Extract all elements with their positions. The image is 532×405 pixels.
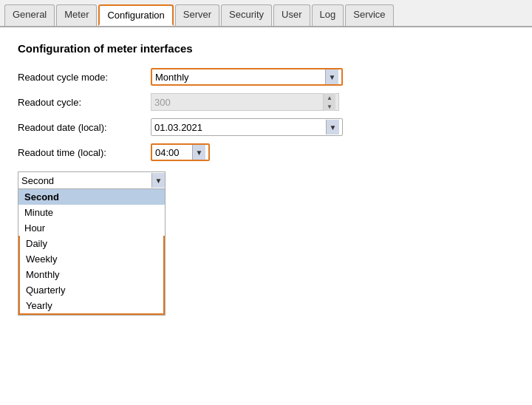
tab-meter[interactable]: Meter — [56, 4, 97, 26]
spinner-buttons: ▲ ▼ — [323, 93, 335, 111]
list-item-second[interactable]: Second — [18, 189, 165, 205]
tab-service[interactable]: Service — [345, 4, 393, 26]
tab-security[interactable]: Security — [221, 4, 272, 26]
dropdown-arrow-icon: ▼ — [325, 69, 338, 84]
readout-date-row: Readout date (local): 01.03.2021 ▼ — [18, 118, 514, 136]
readout-cycle-row: Readout cycle: 300 ▲ ▼ — [18, 93, 514, 111]
readout-cycle-input[interactable]: 300 ▲ ▼ — [151, 93, 339, 111]
readout-time-row: Readout time (local): 04:00 ▼ — [18, 143, 514, 161]
readout-time-label: Readout time (local): — [18, 147, 151, 158]
tab-user[interactable]: User — [273, 4, 310, 26]
readout-time-value: 04:00 — [155, 147, 180, 158]
tab-log[interactable]: Log — [312, 4, 344, 26]
list-item-hour[interactable]: Hour — [18, 220, 165, 236]
readout-cycle-mode-value: Monthly — [155, 72, 189, 83]
content-area: Configuration of meter interfaces Readou… — [0, 27, 532, 330]
cycle-mode-header-arrow-icon: ▼ — [151, 173, 165, 188]
spinner-up-button[interactable]: ▲ — [324, 93, 335, 102]
readout-cycle-mode-dropdown[interactable]: Monthly ▼ — [151, 68, 343, 86]
tab-server[interactable]: Server — [175, 4, 219, 26]
tab-configuration[interactable]: Configuration — [98, 4, 173, 26]
list-item-minute[interactable]: Minute — [18, 205, 165, 220]
readout-date-dropdown[interactable]: 01.03.2021 ▼ — [151, 118, 343, 136]
date-arrow-icon: ▼ — [326, 120, 339, 135]
list-item-quarterly[interactable]: Quarterly — [20, 282, 163, 298]
page-title: Configuration of meter interfaces — [18, 42, 514, 55]
cycle-mode-header-value: Second — [21, 175, 54, 186]
tab-general[interactable]: General — [4, 4, 55, 26]
readout-cycle-value: 300 — [154, 97, 171, 108]
list-group-periodic: Daily Weekly Monthly Quarterly Yearly — [18, 236, 165, 315]
list-item-yearly[interactable]: Yearly — [20, 298, 163, 313]
readout-time-control: 04:00 ▼ — [151, 143, 210, 161]
cycle-mode-dropdown-container: Second ▼ Second Minute Hour Daily Weekly… — [18, 171, 166, 316]
spinner-down-button[interactable]: ▼ — [324, 102, 335, 111]
cycle-mode-dropdown-header[interactable]: Second ▼ — [18, 171, 166, 189]
readout-cycle-mode-row: Readout cycle mode: Monthly ▼ — [18, 68, 514, 86]
list-item-weekly[interactable]: Weekly — [20, 251, 163, 267]
readout-cycle-control: 300 ▲ ▼ — [151, 93, 339, 111]
readout-cycle-mode-control: Monthly ▼ — [151, 68, 343, 86]
readout-cycle-mode-label: Readout cycle mode: — [18, 72, 151, 83]
readout-cycle-label: Readout cycle: — [18, 97, 151, 108]
time-arrow-icon: ▼ — [192, 145, 205, 160]
list-item-monthly[interactable]: Monthly — [20, 267, 163, 282]
readout-time-dropdown[interactable]: 04:00 ▼ — [151, 143, 210, 161]
cycle-mode-list: Second Minute Hour Daily Weekly Monthly … — [18, 189, 166, 316]
list-item-daily[interactable]: Daily — [20, 236, 163, 251]
tab-bar: General Meter Configuration Server Secur… — [0, 0, 532, 27]
readout-date-label: Readout date (local): — [18, 122, 151, 133]
readout-date-control: 01.03.2021 ▼ — [151, 118, 343, 136]
readout-date-value: 01.03.2021 — [154, 122, 202, 133]
